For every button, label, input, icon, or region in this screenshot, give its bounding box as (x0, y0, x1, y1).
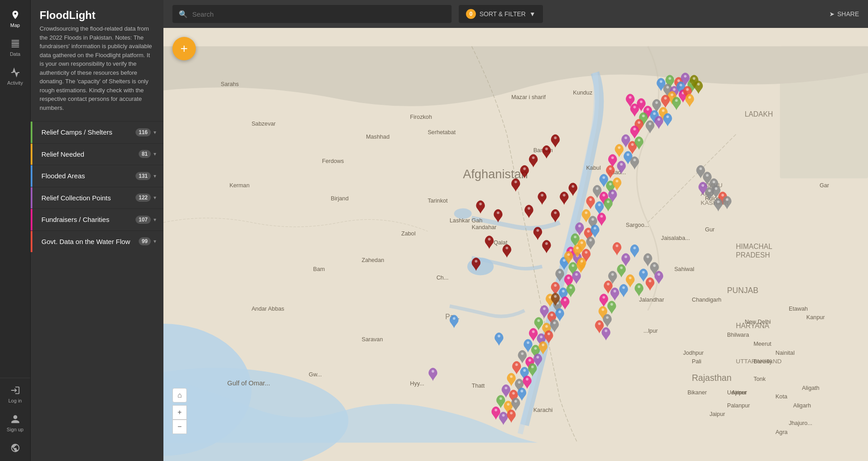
activity-icon (10, 68, 20, 78)
svg-text:Tarinkot: Tarinkot (428, 197, 448, 204)
svg-text:Gw...: Gw... (309, 371, 322, 378)
filter-chevron-icon: ▼ (529, 10, 536, 18)
chevron-down-icon: ▾ (154, 217, 156, 223)
svg-text:JAMMU: JAMMU (701, 182, 723, 189)
zoom-out-button[interactable]: − (172, 420, 187, 434)
svg-text:Etawah: Etawah (789, 305, 808, 312)
app-description: Crowdsourcing the flood-related data fro… (31, 24, 163, 121)
chevron-down-icon: ▾ (154, 151, 156, 157)
share-label: SHARE (837, 10, 859, 18)
svg-text:Meerut: Meerut (754, 340, 772, 347)
share-arrow-icon: ➤ (829, 10, 835, 18)
svg-text:Jhajuro...: Jhajuro... (789, 420, 812, 426)
svg-text:Afghanistan: Afghanistan (463, 167, 528, 181)
category-label: Relief Collection Points (41, 194, 136, 203)
svg-text:Mashhad: Mashhad (366, 133, 389, 140)
main-area: 🔍 0 SORT & FILTER ▼ ➤ SHARE (163, 0, 868, 461)
category-item-relief-collection[interactable]: Relief Collection Points 122 ▾ (31, 187, 163, 209)
svg-text:Firozkoh: Firozkoh (410, 113, 432, 120)
category-label: Fundraisers / Charities (41, 215, 136, 224)
share-button[interactable]: ➤ SHARE (829, 10, 859, 18)
nav-activity[interactable]: Activity (0, 62, 30, 91)
icon-bar: Map Data Activity Log in (0, 0, 31, 461)
svg-text:Rajasthan: Rajasthan (692, 373, 732, 383)
category-item-fundraisers[interactable]: Fundraisers / Charities 107 ▾ (31, 208, 163, 230)
category-item-flooded-areas[interactable]: Flooded Areas 131 ▾ (31, 165, 163, 187)
category-color-bar (31, 209, 32, 230)
svg-text:Bikaner: Bikaner (687, 389, 707, 396)
category-item-govt-data[interactable]: Govt. Data on the Water Flow 99 ▾ (31, 230, 163, 253)
zoom-in-button[interactable]: + (172, 405, 187, 420)
svg-text:Aligath: Aligath (802, 384, 819, 391)
svg-text:HIMACHAL: HIMACHAL (736, 243, 773, 250)
svg-text:Tonk: Tonk (754, 375, 766, 382)
svg-text:Kota: Kota (776, 393, 788, 400)
category-badge: 122 (136, 194, 151, 202)
svg-text:Andar Abbas: Andar Abbas (252, 305, 285, 312)
chevron-down-icon: ▾ (154, 129, 156, 136)
data-icon (10, 39, 20, 50)
home-icon: ⌂ (177, 391, 182, 399)
svg-text:Bam: Bam (313, 266, 325, 272)
svg-text:Jalandhar: Jalandhar (639, 296, 665, 303)
home-button[interactable]: ⌂ (172, 388, 187, 402)
nav-globe[interactable] (0, 438, 30, 461)
svg-text:Hyy...: Hyy... (410, 380, 425, 387)
map-container[interactable]: Afghanistan JAMMU AND KASHMIR LADAKH HIM… (163, 28, 868, 461)
sort-filter-button[interactable]: 0 SORT & FILTER ▼ (459, 5, 543, 23)
nav-activity-label: Activity (7, 80, 23, 86)
svg-text:Gur: Gur (705, 226, 715, 233)
svg-text:New Delhi: New Delhi (745, 318, 771, 325)
svg-text:LADAKH: LADAKH (745, 110, 773, 118)
svg-text:Kanpur: Kanpur (806, 314, 825, 321)
svg-text:Sarahs: Sarahs (221, 81, 239, 87)
svg-text:Birjand: Birjand (331, 195, 349, 202)
category-label: Govt. Data on the Water Flow (41, 237, 139, 246)
nav-data-label: Data (10, 51, 20, 57)
svg-text:Chandigarh: Chandigarh (692, 296, 722, 303)
svg-text:Kerman: Kerman (230, 182, 249, 189)
svg-text:Gar: Gar (819, 182, 829, 189)
search-icon: 🔍 (179, 10, 188, 18)
nav-data[interactable]: Data (0, 33, 30, 62)
svg-text:Jodhpur: Jodhpur (683, 349, 704, 356)
category-list: Relief Camps / Shelters 116 ▾ Relief Nee… (31, 121, 163, 461)
chevron-down-icon: ▾ (154, 194, 156, 201)
category-color-bar (31, 231, 32, 253)
svg-text:Zabol: Zabol (401, 230, 416, 237)
svg-text:Asad...: Asad... (608, 169, 626, 176)
svg-text:Agra: Agra (776, 429, 788, 435)
search-input[interactable] (192, 10, 445, 18)
search-box[interactable]: 🔍 (172, 5, 452, 23)
plus-icon: + (181, 41, 188, 56)
svg-text:Kandahar: Kandahar (472, 224, 497, 230)
login-icon (10, 385, 20, 396)
category-item-relief-camps[interactable]: Relief Camps / Shelters 116 ▾ (31, 121, 163, 143)
icon-bar-bottom: Log in Sign up (0, 376, 30, 461)
svg-text:Bareilly: Bareilly (754, 358, 773, 365)
nav-login[interactable]: Log in (0, 380, 30, 409)
svg-text:...lpur: ...lpur (643, 327, 658, 334)
svg-text:Bamian: Bamian (533, 147, 553, 154)
category-label: Relief Needed (41, 150, 139, 159)
svg-text:Ferdows: Ferdows (322, 158, 344, 164)
category-item-relief-needed[interactable]: Relief Needed 81 ▾ (31, 143, 163, 165)
nav-map[interactable]: Map (0, 5, 30, 33)
category-label: Relief Camps / Shelters (41, 128, 136, 137)
map-background: Afghanistan JAMMU AND KASHMIR LADAKH HIM… (163, 28, 868, 461)
svg-text:Saravan: Saravan (362, 336, 383, 343)
map-controls: ⌂ + − (172, 388, 187, 434)
svg-text:Bhilwara: Bhilwara (727, 331, 750, 338)
svg-text:Zahedan: Zahedan (362, 257, 384, 263)
category-badge: 81 (139, 150, 151, 158)
svg-text:Jaipur: Jaipur (710, 411, 725, 417)
svg-text:Sahiwal: Sahiwal (674, 266, 695, 272)
map-icon (10, 10, 20, 21)
add-point-button[interactable]: + (172, 37, 196, 60)
svg-text:Kunduz: Kunduz (573, 89, 592, 96)
sort-filter-label: SORT & FILTER (479, 10, 526, 18)
zoom-in-icon: + (177, 408, 181, 416)
svg-text:Serhetabat: Serhetabat (428, 129, 456, 136)
globe-icon (10, 443, 20, 454)
nav-signup[interactable]: Sign up (0, 409, 30, 438)
